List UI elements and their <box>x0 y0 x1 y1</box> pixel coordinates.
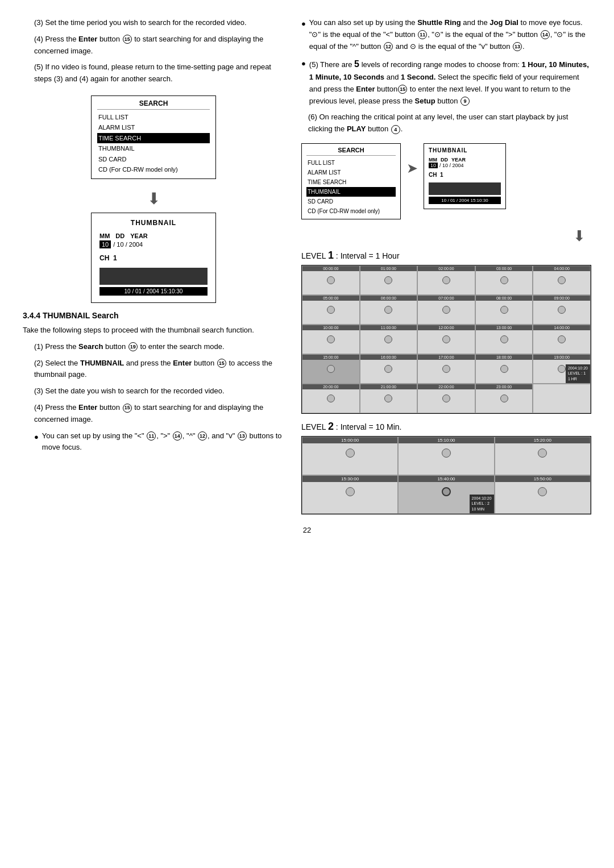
r-circle-12: 12 <box>384 42 393 51</box>
thumb-cell-0600: 06:00:00 <box>360 295 418 325</box>
search-item-full-list: FULL LIST <box>97 112 210 123</box>
level2-num: 2 <box>328 421 334 432</box>
level1-label: LEVEL 1 : Interval = 1 Hour <box>301 250 591 261</box>
thumb2-cell-1550: 15:50:00 <box>495 475 591 514</box>
thumb-intro: Take the following steps to proceed with… <box>23 325 284 337</box>
r-month-value: 10 <box>429 163 438 168</box>
search-menu-title: SEARCH <box>97 99 210 110</box>
circle-13: 13 <box>238 431 247 441</box>
thumb-cell-1300: 13:00:00 <box>475 325 533 354</box>
bullet-dot-1: ● <box>34 431 39 454</box>
thumbnail-title: THUMBNAIL <box>99 219 208 227</box>
r-circle-9: 9 <box>460 97 470 106</box>
thumb-date-header: MM DD YEAR <box>99 232 208 239</box>
thumb-step-2: (2) Select the THUMBNAIL and press the E… <box>23 358 284 381</box>
step-4: (4) Press the Enter button 15 to start s… <box>23 34 284 57</box>
r-search-item-sd-card: SD CARD <box>306 197 396 206</box>
right-bullet-2: ● (5) There are 5 levels of recording ra… <box>301 57 591 107</box>
dd-label: DD <box>115 232 125 239</box>
right-thumb-datetime-bar: 10 / 01 / 2004 15:10:30 <box>429 197 501 204</box>
thumb-datetime-bar: 10 / 01 / 2004 15:10:30 <box>99 287 208 296</box>
thumb-cell-2100: 21:00:00 <box>360 384 418 413</box>
thumb-cell-1000: 10:00:00 <box>302 325 360 354</box>
right-thumb-ch: CH 1 <box>429 172 501 178</box>
month-value: 10 <box>99 240 111 248</box>
r-search-item-full-list: FULL LIST <box>306 158 396 168</box>
thumb-ch-label: CH 1 <box>99 254 208 262</box>
thumb-cell-2300: 23:00:00 <box>475 384 533 413</box>
right-bullet-dot-1: ● <box>301 18 306 52</box>
level1-info-box: 2004:10:20LEVEL : 11 HR <box>566 364 590 383</box>
r-year-label: YEAR <box>451 157 466 163</box>
thumb-step-4: (4) Press the Enter button 15 to start s… <box>23 402 284 426</box>
thumb2-cell-1500: 15:00:00 <box>302 437 398 475</box>
thumb-cell-0300: 03:00:00 <box>475 265 533 295</box>
thumb-cell-2000: 20:00:00 <box>302 384 360 413</box>
circle-15: 15 <box>123 35 132 44</box>
page-layout: (3) Set the time period you wish to sear… <box>23 17 591 514</box>
thumb-cell-0900: 09:00:00 <box>533 295 591 325</box>
level2-info-box: 2004:10:20LEVEL : 210 MIN <box>470 495 494 513</box>
thumbnail-box: THUMBNAIL MM DD YEAR 10 / 10 / 2004 CH 1… <box>91 213 216 303</box>
thumb-cell-0800: 08:00:00 <box>475 295 533 325</box>
mm-label: MM <box>99 232 110 239</box>
thumb-step-3: (3) Set the date you wish to search for … <box>23 385 284 397</box>
level1-interval: : Interval = 1 Hour <box>334 251 400 260</box>
left-column: (3) Set the time period you wish to sear… <box>23 17 284 514</box>
thumb2-cell-1540: 15:40:00 2004:10:20LEVEL : 210 MIN <box>398 475 494 514</box>
level2-interval: : Interval = 10 Min. <box>334 422 401 431</box>
thumb-cell-empty <box>533 384 591 413</box>
thumb-cell-1700: 17:00:00 <box>417 354 475 384</box>
level1-num: 1 <box>328 250 334 261</box>
arrow-down-right-icon: ⬇ <box>301 227 591 245</box>
thumb-cell-2200: 22:00:00 <box>417 384 475 413</box>
right-bullet-dot-2: ● <box>301 58 306 107</box>
thumb2-cell-1530: 15:30:00 <box>302 475 398 514</box>
thumb-step-1: (1) Press the Search button 19 to enter … <box>23 341 284 353</box>
arrow-down-icon: ⬇ <box>23 189 284 208</box>
r-circle-14: 14 <box>541 30 550 39</box>
section-heading-text: 3.4.4 THUMBNAIL Search <box>23 311 119 320</box>
right-search-area: SEARCH FULL LIST ALARM LIST TIME SEARCH … <box>301 143 591 219</box>
thumb-cell-0400: 04:00:00 <box>533 265 591 295</box>
r-search-item-cd: CD (For CD-RW model only) <box>306 206 396 216</box>
right-step-6: (6) On reaching the critical point at an… <box>308 111 591 135</box>
level2-grid: 15:00:00 15:10:00 15:20:00 15:30:00 15:4… <box>301 436 591 514</box>
thumb2-cell-1520: 15:20:00 <box>495 437 591 475</box>
right-thumb-date-header: MM DD YEAR <box>429 157 501 163</box>
r-circle-11: 11 <box>418 30 427 39</box>
year-label: YEAR <box>130 232 148 239</box>
r-mm-label: MM <box>429 157 437 163</box>
search-menu-box: SEARCH FULL LIST ALARM LIST TIME SEARCH … <box>91 95 216 179</box>
right-thumb-preview-bar <box>429 182 501 195</box>
thumb-cell-0500: 05:00:00 <box>302 295 360 325</box>
right-search-title: SEARCH <box>306 147 396 156</box>
right-search-box: SEARCH FULL LIST ALARM LIST TIME SEARCH … <box>301 143 401 219</box>
thumb-cell-0200: 02:00:00 <box>417 265 475 295</box>
page-number: 22 <box>23 526 591 534</box>
search-item-cd: CD (For CD-RW model only) <box>97 164 210 175</box>
r-search-item-time-search: TIME SEARCH <box>306 177 396 187</box>
level2-label: LEVEL 2 : Interval = 10 Min. <box>301 421 591 433</box>
circle-19: 19 <box>128 342 138 351</box>
thumb-cell-1200: 12:00:00 <box>417 325 475 354</box>
thumb-cell-0700: 07:00:00 <box>417 295 475 325</box>
search-item-thumbnail: THUMBNAIL <box>97 143 210 154</box>
circle-12: 12 <box>198 431 207 441</box>
thumb-cell-1400: 14:00:00 <box>533 325 591 354</box>
r-search-item-alarm-list: ALARM LIST <box>306 168 396 177</box>
thumb-cell-1500: 15:00:00 <box>302 354 360 384</box>
right-thumb-title: THUMBNAIL <box>429 147 501 153</box>
section-heading-thumbnail: 3.4.4 THUMBNAIL Search <box>23 311 284 320</box>
thumb2-cell-1510: 15:10:00 <box>398 437 494 475</box>
r-dd-label: DD <box>441 157 448 163</box>
level1-grid: 00:00:00 01:00:00 02:00:00 03:00:00 04:0… <box>301 265 591 414</box>
search-item-alarm-list: ALARM LIST <box>97 122 210 133</box>
thumb-cell-1800: 18:00:00 <box>475 354 533 384</box>
right-thumb-date-values: 10 / 10 / 2004 <box>429 163 501 168</box>
arrow-right-icon: ➤ <box>406 160 418 176</box>
thumb-cell-1900: 19:00:00 2004:10:20LEVEL : 11 HR <box>533 354 591 384</box>
r-circle-15: 15 <box>398 85 407 94</box>
right-thumbnail-box: THUMBNAIL MM DD YEAR 10 / 10 / 2004 CH 1… <box>424 143 506 209</box>
r-circle-13: 13 <box>513 42 522 51</box>
